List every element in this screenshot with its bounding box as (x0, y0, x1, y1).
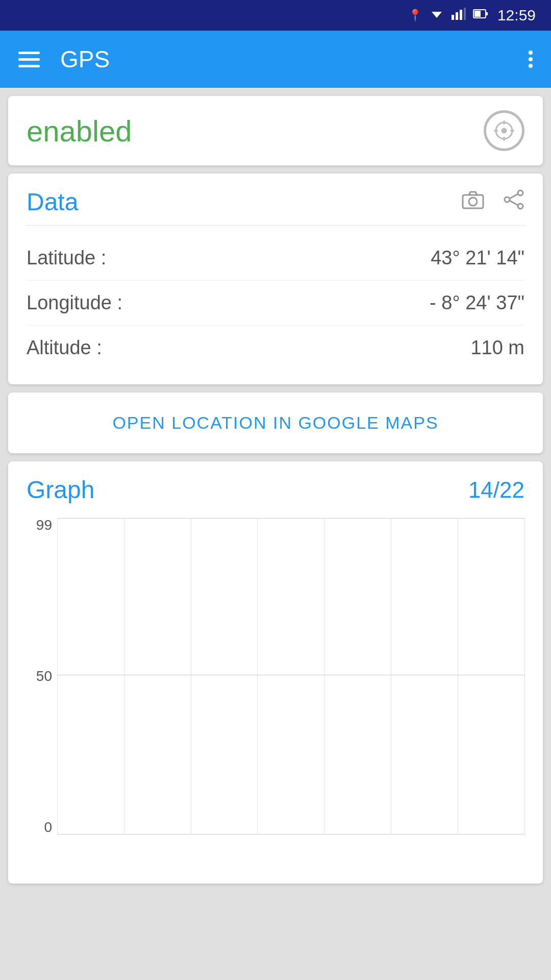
svg-point-16 (469, 198, 477, 206)
graph-counter: 14/22 (468, 477, 524, 503)
y-axis-labels: 99 50 0 (27, 518, 57, 835)
y-mid-label: 50 (36, 669, 52, 683)
location-icon: 📍 (408, 9, 422, 22)
main-content: enabled Data (0, 88, 551, 892)
camera-button[interactable] (461, 190, 485, 214)
svg-rect-4 (460, 10, 462, 20)
enabled-status: enabled (27, 114, 132, 148)
gps-signal-icon (484, 110, 524, 151)
svg-rect-3 (456, 12, 458, 20)
graph-title: Graph (27, 476, 94, 504)
latitude-label: Latitude : (27, 247, 106, 269)
altitude-value: 110 m (470, 337, 524, 359)
data-rows: Latitude : 43° 21' 14" Longitude : - 8° … (27, 236, 524, 370)
svg-point-17 (518, 190, 523, 195)
share-button[interactable] (503, 189, 524, 215)
longitude-row: Longitude : - 8° 24' 37" (27, 281, 524, 326)
latitude-row: Latitude : 43° 21' 14" (27, 236, 524, 281)
svg-line-20 (510, 194, 518, 199)
svg-line-21 (510, 201, 518, 205)
battery-icon (473, 8, 488, 23)
wifi-icon (429, 8, 444, 23)
svg-rect-8 (486, 12, 488, 15)
svg-marker-0 (432, 12, 442, 18)
svg-point-19 (505, 197, 510, 202)
data-card: Data (8, 174, 543, 384)
latitude-value: 43° 21' 14" (431, 247, 524, 269)
svg-rect-2 (452, 15, 454, 20)
longitude-label: Longitude : (27, 292, 122, 314)
altitude-row: Altitude : 110 m (27, 326, 524, 370)
altitude-label: Altitude : (27, 337, 102, 359)
bars-area (57, 518, 524, 835)
data-card-header: Data (27, 188, 524, 226)
graph-header: Graph 14/22 (27, 476, 524, 504)
app-title: GPS (60, 45, 508, 73)
maps-card[interactable]: OPEN LOCATION IN GOOGLE MAPS (8, 393, 543, 453)
data-section-title: Data (27, 188, 78, 216)
svg-rect-5 (464, 8, 466, 20)
chart-container: 99 50 0 (27, 518, 524, 865)
data-actions (461, 189, 524, 215)
y-max-label: 99 (36, 518, 52, 532)
more-options-button[interactable] (529, 51, 533, 68)
longitude-value: - 8° 24' 37" (430, 292, 524, 314)
open-maps-button[interactable]: OPEN LOCATION IN GOOGLE MAPS (112, 413, 438, 433)
svg-point-18 (518, 204, 523, 209)
status-bar: 📍 12:59 (0, 0, 551, 31)
y-min-label: 0 (44, 820, 52, 835)
status-time: 12:59 (497, 7, 536, 24)
enabled-card: enabled (8, 96, 543, 165)
graph-card: Graph 14/22 99 50 0 (8, 461, 543, 884)
svg-rect-7 (474, 11, 481, 17)
signal-icon (452, 8, 466, 23)
menu-button[interactable] (18, 52, 40, 67)
app-bar: GPS (0, 31, 551, 88)
status-icons: 📍 (408, 8, 488, 23)
svg-point-14 (502, 129, 506, 133)
chart-inner (57, 518, 524, 835)
